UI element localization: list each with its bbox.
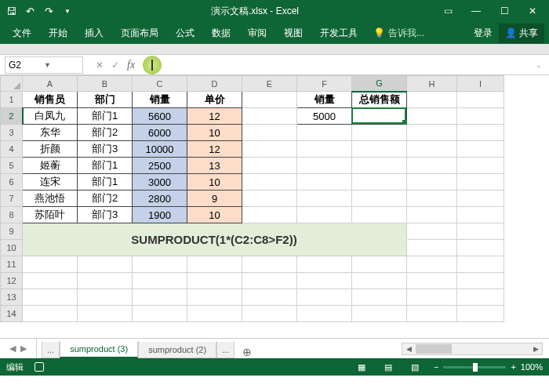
cell-D3[interactable]: 10 <box>187 125 242 141</box>
cell-E14[interactable] <box>242 306 297 322</box>
horizontal-scrollbar[interactable]: ◀ ▶ <box>402 343 543 355</box>
view-pagelayout-icon[interactable]: ▤ <box>380 361 396 373</box>
cell-I5[interactable] <box>457 158 504 174</box>
cell-C12[interactable] <box>133 273 187 289</box>
cell-C7[interactable]: 2800 <box>133 191 187 207</box>
sheet-nav-next-icon[interactable]: ▶ <box>20 343 27 354</box>
cell-G2[interactable] <box>352 108 407 125</box>
cell-H7[interactable] <box>407 191 457 207</box>
sheet-nav-prev-icon[interactable]: ◀ <box>9 343 16 354</box>
row-header-8[interactable]: 8 <box>1 207 23 223</box>
fx-icon[interactable]: fx <box>127 59 135 71</box>
cell-I7[interactable] <box>457 191 504 207</box>
cell-F1[interactable]: 销量 <box>297 92 352 108</box>
view-normal-icon[interactable]: ▦ <box>354 361 369 373</box>
row-header-3[interactable]: 3 <box>1 125 23 141</box>
cell-G13[interactable] <box>352 289 407 306</box>
tab-formulas[interactable]: 公式 <box>168 23 202 44</box>
cell-H12[interactable] <box>407 273 457 289</box>
cell-C5[interactable]: 2500 <box>133 158 187 174</box>
cell-I4[interactable] <box>457 141 504 158</box>
cell-A6[interactable]: 连宋 <box>23 174 78 191</box>
tab-view[interactable]: 视图 <box>276 23 311 44</box>
cell-I11[interactable] <box>457 256 504 273</box>
cell-B1[interactable]: 部门 <box>78 92 133 108</box>
share-button[interactable]: 👤共享 <box>499 24 544 43</box>
col-header-A[interactable]: A <box>23 76 78 92</box>
tab-developer[interactable]: 开发工具 <box>312 23 365 44</box>
cell-G5[interactable] <box>352 158 407 174</box>
row-header-5[interactable]: 5 <box>1 158 23 174</box>
col-header-I[interactable]: I <box>457 76 504 92</box>
cell-I12[interactable] <box>457 273 504 289</box>
save-icon[interactable]: 🖫 <box>3 3 19 19</box>
sheet-tab-more-left[interactable]: ... <box>42 342 60 358</box>
cell-H10[interactable] <box>407 240 457 256</box>
cell-B11[interactable] <box>78 256 133 273</box>
cell-I6[interactable] <box>457 174 504 191</box>
cell-I13[interactable] <box>457 289 504 306</box>
cell-G1[interactable]: 总销售额 <box>352 92 407 108</box>
cell-C3[interactable]: 6000 <box>133 125 187 141</box>
cell-F14[interactable] <box>297 306 352 322</box>
col-header-H[interactable]: H <box>407 76 457 92</box>
cell-C11[interactable] <box>133 256 187 273</box>
cell-I8[interactable] <box>457 207 504 223</box>
cancel-icon[interactable]: ✕ <box>96 60 104 71</box>
row-header-11[interactable]: 11 <box>1 256 23 273</box>
cell-H14[interactable] <box>407 306 457 322</box>
cell-B14[interactable] <box>78 306 133 322</box>
cell-A8[interactable]: 苏陌叶 <box>23 207 78 223</box>
cell-F12[interactable] <box>297 273 352 289</box>
row-header-9[interactable]: 9 <box>1 223 23 240</box>
cell-F5[interactable] <box>297 158 352 174</box>
cell-D11[interactable] <box>187 256 242 273</box>
row-header-6[interactable]: 6 <box>1 174 23 191</box>
cell-A3[interactable]: 东华 <box>23 125 78 141</box>
cell-I2[interactable] <box>457 108 504 125</box>
cell-G4[interactable] <box>352 141 407 158</box>
col-header-G[interactable]: G <box>352 76 407 92</box>
row-header-14[interactable]: 14 <box>1 306 23 322</box>
cell-D12[interactable] <box>187 273 242 289</box>
cell-E11[interactable] <box>242 256 297 273</box>
cell-C1[interactable]: 销量 <box>133 92 187 108</box>
cell-D13[interactable] <box>187 289 242 306</box>
sheet-tab-more-right[interactable]: ... <box>216 342 235 358</box>
cell-C8[interactable]: 1900 <box>133 207 187 223</box>
minimize-icon[interactable]: — <box>463 2 489 20</box>
cell-G6[interactable] <box>352 174 407 191</box>
cell-H11[interactable] <box>407 256 457 273</box>
cell-A4[interactable]: 折颜 <box>23 141 78 158</box>
cell-A12[interactable] <box>23 273 78 289</box>
maximize-icon[interactable]: ☐ <box>491 2 518 20</box>
sheet-tab-other[interactable]: sumproduct (2) <box>138 342 216 358</box>
cell-A2[interactable]: 白凤九 <box>23 108 78 125</box>
cell-B6[interactable]: 部门1 <box>78 174 133 191</box>
row-header-12[interactable]: 12 <box>1 273 23 289</box>
row-header-7[interactable]: 7 <box>1 191 23 207</box>
zoom-slider[interactable] <box>443 366 506 368</box>
col-header-B[interactable]: B <box>78 76 133 92</box>
cell-A13[interactable] <box>23 289 78 306</box>
cell-H9[interactable] <box>407 223 457 240</box>
undo-icon[interactable]: ↶ <box>22 3 38 19</box>
scroll-left-icon[interactable]: ◀ <box>402 343 415 354</box>
cell-H8[interactable] <box>407 207 457 223</box>
view-pagebreak-icon[interactable]: ▧ <box>407 361 423 373</box>
zoom-in-icon[interactable]: + <box>511 362 515 372</box>
cell-F11[interactable] <box>297 256 352 273</box>
cell-E5[interactable] <box>242 158 297 174</box>
cell-C14[interactable] <box>133 306 187 322</box>
cell-E13[interactable] <box>242 289 297 306</box>
select-all-corner[interactable] <box>1 76 23 92</box>
scroll-right-icon[interactable]: ▶ <box>529 343 542 354</box>
cell-E12[interactable] <box>242 273 297 289</box>
cell-C4[interactable]: 10000 <box>133 141 187 158</box>
formula-input[interactable] <box>143 56 532 74</box>
tell-me[interactable]: 💡告诉我... <box>367 27 431 40</box>
cell-B7[interactable]: 部门2 <box>78 191 133 207</box>
cell-H6[interactable] <box>407 174 457 191</box>
cell-D8[interactable]: 10 <box>187 207 242 223</box>
cell-I9[interactable] <box>457 223 504 240</box>
